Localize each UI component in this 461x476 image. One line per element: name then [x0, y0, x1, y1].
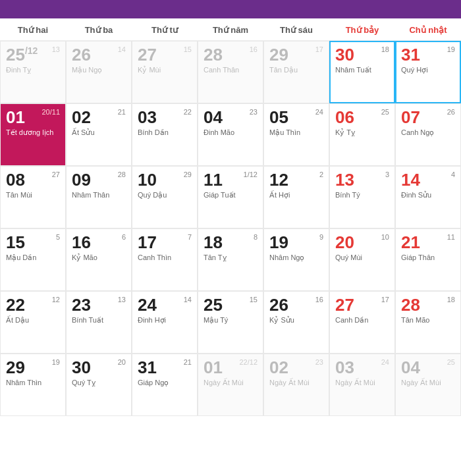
lunar-name: Kỷ Mão [72, 253, 126, 262]
day-cell[interactable]: 1931Quý Hợi [395, 41, 461, 103]
lunar-name: Ngày Ất Mùi [269, 379, 323, 387]
day-number: 15 [6, 233, 60, 252]
day-cell[interactable]: 717Canh Thìn [132, 228, 198, 291]
day-cell[interactable]: 1/1211Giáp Tuất [198, 166, 263, 228]
day-cell[interactable]: 1424Đinh Hợi [132, 291, 198, 354]
lunar-name: Đinh Hợi [138, 316, 192, 325]
day-cell[interactable]: 919Nhâm Ngọ [263, 228, 329, 291]
lunar-name: Ất Dậu [6, 316, 60, 325]
lunar-day-number: 28 [118, 171, 126, 178]
day-cell[interactable]: 2131Giáp Ngọ [132, 354, 198, 416]
day-cell[interactable]: 2504Ngày Ất Mùi [395, 354, 461, 416]
weekday-label: Thứ ba [66, 18, 132, 40]
day-cell[interactable]: 20/1101Tết dương lịch [0, 103, 66, 166]
lunar-name: Tân Dậu [269, 66, 323, 74]
day-cell[interactable]: 2102Ất Sửu [66, 103, 132, 166]
lunar-day-number: 26 [447, 108, 455, 116]
lunar-day-number: 9 [319, 233, 323, 241]
lunar-day-number: 13 [52, 45, 60, 53]
lunar-day-number: 11 [447, 233, 455, 241]
lunar-day-number: 6 [122, 233, 126, 241]
lunar-name: Đinh Sửu [401, 191, 455, 199]
lunar-name: Canh Thìn [138, 253, 192, 261]
lunar-day-number: 22 [184, 108, 192, 116]
day-cell[interactable]: 414Đinh Sửu [395, 166, 461, 228]
day-cell[interactable]: 818Tân Tỵ [198, 228, 263, 291]
lunar-day-number: 25 [381, 108, 389, 116]
lunar-name: Kỷ Mùi [138, 66, 192, 74]
day-cell[interactable]: 22/1201Ngày Ất Mùi [198, 354, 263, 416]
lunar-day-number: 19 [52, 358, 60, 366]
calendar-header [0, 0, 461, 18]
calendar: Thứ haiThứ baThứ tưThứ nămThứ sáuThứ bảy… [0, 0, 461, 416]
day-cell[interactable]: 2708Tân Mùi [0, 166, 66, 228]
day-cell[interactable]: 1828Tân Mão [395, 291, 461, 354]
lunar-name: Nhâm Tuất [335, 66, 389, 74]
lunar-name: Giáp Thân [401, 253, 455, 261]
lunar-name: Nhâm Ngọ [269, 253, 323, 262]
day-cell[interactable]: 212Ất Hợi [263, 166, 329, 228]
lunar-name: Nhâm Thân [72, 191, 126, 199]
lunar-name: Quý Dậu [138, 191, 192, 199]
day-cell[interactable]: 2506Kỷ Tỵ [329, 103, 395, 166]
day-cell[interactable]: 2403Ngày Ất Mùi [329, 354, 395, 416]
day-cell[interactable]: 2910Quý Dậu [132, 166, 198, 228]
day-cell[interactable]: 1426Mậu Ngọ [66, 41, 132, 103]
day-cell[interactable]: 2405Mậu Thìn [263, 103, 329, 166]
lunar-day-number: 21 [184, 358, 192, 366]
day-cell[interactable]: 1525Mậu Tý [198, 291, 263, 354]
lunar-day-number: 25 [447, 358, 455, 366]
lunar-name: Canh Thân [203, 66, 258, 74]
day-cell[interactable]: 1527Kỷ Mùi [132, 41, 198, 103]
lunar-day-number: 10 [381, 233, 389, 241]
day-cell[interactable]: 616Kỷ Mão [66, 228, 132, 291]
lunar-day-number: 14 [118, 45, 126, 53]
day-cell[interactable]: 1325/12Đinh Tỵ [0, 41, 66, 103]
day-cell[interactable]: 1222Ất Dậu [0, 291, 66, 354]
lunar-name: Tân Tỵ [203, 253, 258, 262]
lunar-day-number: 12 [52, 296, 60, 304]
lunar-day-number: 23 [315, 358, 323, 366]
day-cell[interactable]: 515Mậu Dần [0, 228, 66, 291]
lunar-day-number: 21 [118, 108, 126, 116]
lunar-day-number: 16 [250, 45, 258, 53]
day-cell[interactable]: 313Bính Tý [329, 166, 395, 228]
days-grid: 1325/12Đinh Tỵ1426Mậu Ngọ1527Kỷ Mùi1628C… [0, 41, 461, 416]
lunar-name: Bính Tý [335, 191, 389, 199]
lunar-day-number: 18 [447, 296, 455, 304]
lunar-name: Bính Dần [138, 128, 192, 137]
day-cell[interactable]: 2304Đinh Mão [198, 103, 263, 166]
lunar-name: Quý Tỵ [72, 379, 126, 387]
day-cell[interactable]: 2203Bính Dần [132, 103, 198, 166]
lunar-day-number: 2 [319, 171, 323, 178]
lunar-day-number: 8 [254, 233, 258, 241]
day-cell[interactable]: 1121Giáp Thân [395, 228, 461, 291]
day-cell[interactable]: 2302Ngày Ất Mùi [263, 354, 329, 416]
lunar-name: Quý Mùi [335, 253, 389, 261]
day-number: 18 [203, 233, 258, 252]
day-cell[interactable]: 1626Kỷ Sửu [263, 291, 329, 354]
day-cell[interactable]: 1830Nhâm Tuất [329, 41, 395, 103]
lunar-name: Kỷ Tỵ [335, 128, 389, 137]
lunar-day-number: 13 [118, 296, 126, 304]
lunar-day-number: 20 [118, 358, 126, 366]
lunar-name: Mậu Dần [6, 253, 60, 262]
day-cell[interactable]: 1323Bính Tuất [66, 291, 132, 354]
day-cell[interactable]: 1727Canh Dần [329, 291, 395, 354]
day-number: 16 [72, 233, 126, 252]
lunar-name: Nhâm Thìn [6, 379, 60, 386]
day-cell[interactable]: 1729Tân Dậu [263, 41, 329, 103]
lunar-day-number: 7 [188, 233, 192, 241]
lunar-name: Ất Hợi [269, 191, 323, 199]
day-cell[interactable]: 1628Canh Thân [198, 41, 263, 103]
day-cell[interactable]: 2607Canh Ngọ [395, 103, 461, 166]
lunar-name: Ngày Ất Mùi [203, 379, 258, 387]
day-cell[interactable]: 2030Quý Tỵ [66, 354, 132, 416]
lunar-name: Giáp Ngọ [138, 379, 192, 387]
day-cell[interactable]: 2809Nhâm Thân [66, 166, 132, 228]
lunar-day-number: 16 [315, 296, 323, 304]
day-number: 12 [269, 171, 323, 190]
day-cell[interactable]: 1020Quý Mùi [329, 228, 395, 291]
lunar-day-number: 18 [381, 45, 389, 53]
day-cell[interactable]: 1929Nhâm Thìn [0, 354, 66, 416]
